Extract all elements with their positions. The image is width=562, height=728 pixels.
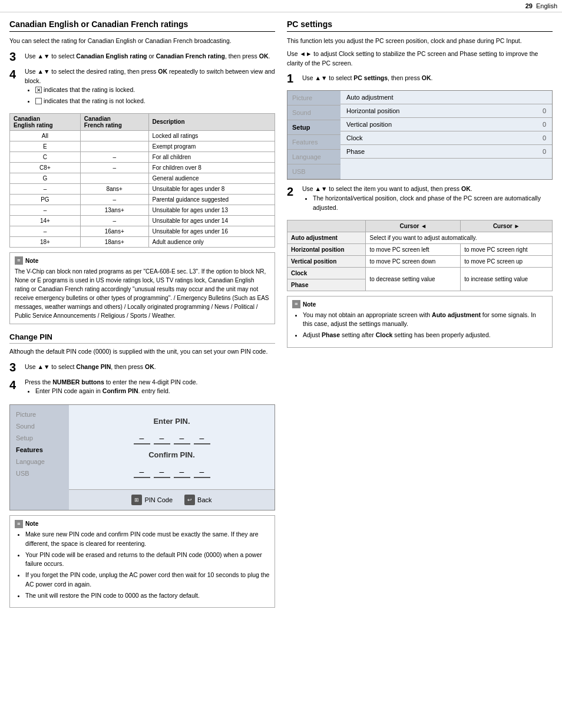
section-canadian-title: Canadian English or Canadian French rati… (9, 19, 275, 32)
back-label: Back (197, 496, 211, 503)
note-pin-item: The unit will restore the PIN code to 00… (25, 591, 270, 601)
step3-pin-num: 3 (9, 360, 20, 374)
rating-table-row: 18+18ans+Adult audience only (10, 236, 275, 247)
pc-item-phase-label: Phase (346, 148, 365, 155)
adj-horiz-label: Horizontal position (287, 243, 366, 255)
adj-row-vert: Vertical position to move PC screen down… (287, 255, 553, 267)
note-pc: = Note You may not obtain an appropriate… (287, 296, 553, 348)
bullet-unlocked: indicates that the rating is not locked. (35, 97, 275, 106)
adj-auto-label: Auto adjustment (287, 232, 366, 243)
adj-th-empty (287, 220, 366, 232)
note-pc-icon: = (292, 300, 300, 308)
left-column: Canadian English or Canadian French rati… (9, 19, 275, 614)
confirm-pin-input: – – – – (134, 465, 210, 478)
step1-pc-text: Use ▲▼ to select PC settings, then press… (302, 71, 433, 83)
pin-code-label: PIN Code (144, 496, 173, 503)
rating-table-row: –16ans+Unsuitable for ages under 16 (10, 226, 275, 236)
pc-item-clock-label: Clock (346, 134, 363, 141)
confirm-dash-1: – (134, 465, 150, 478)
note-pin-item: Your PIN code will be erased and returns… (25, 551, 270, 569)
pin-menu-usb: USB (14, 469, 65, 478)
step4-text: Use ▲▼ to select the desired rating, the… (25, 65, 275, 84)
pc-desc: Use ◄► to adjust Clock setting to stabil… (287, 50, 553, 68)
step4-pin: 4 Press the NUMBER buttons to enter the … (9, 378, 275, 400)
rating-table-row: GGeneral audience (10, 173, 275, 183)
page-number: 29 (525, 2, 533, 9)
pc-sidebar-sound: Sound (287, 106, 340, 120)
pc-item-auto: Auto adjustment (340, 91, 552, 104)
rating-table-row: C8+–For children over 8 (10, 162, 275, 173)
adj-clock-label: Clock (287, 267, 366, 279)
step1-pc-num: 1 (287, 71, 297, 85)
rating-table-row: PG–Parental guidance suggested (10, 194, 275, 205)
rating-table-row: C–For all children (10, 151, 275, 162)
pin-intro: Although the default PIN code (0000) is … (9, 347, 275, 357)
rating-table-row: –13ans+Unsuitable for ages under 13 (10, 205, 275, 215)
rating-table-row: EExempt program (10, 141, 275, 151)
pc-sidebar-usb: USB (287, 164, 340, 179)
pc-menu-sidebar: Picture Sound Setup Features Language US… (287, 91, 340, 179)
note-pin-item: If you forget the PIN code, unplug the A… (25, 571, 270, 589)
note-pin: = Note Make sure new PIN code and confir… (9, 515, 275, 608)
confirm-dash-4: – (194, 465, 210, 478)
step1-pc: 1 Use ▲▼ to select PC settings, then pre… (287, 71, 553, 85)
pin-menu-footer: ⊞ PIN Code ↩ Back (69, 489, 275, 510)
bullet-locked: indicates that the rating is locked. (35, 85, 275, 95)
note-pin-list: Make sure new PIN code and confirm PIN c… (15, 530, 270, 600)
pin-menu-sidebar: Picture Sound Setup Features Language US… (10, 405, 69, 510)
right-column: PC settings This function lets you adjus… (287, 19, 553, 614)
checkbox-unlocked-icon (35, 98, 42, 104)
adj-th-cursor-right: Cursor ► (461, 220, 553, 232)
step4-pin-text: Press the NUMBER buttons to enter the ne… (25, 376, 198, 386)
pc-intro: This function lets you adjust the PC scr… (287, 37, 553, 46)
note-pc-title: = Note (292, 300, 547, 309)
rating-table-row: –8ans+Unsuitable for ages under 8 (10, 183, 275, 194)
step3-num: 3 (9, 50, 20, 64)
confirm-pin-label: Confirm PIN. (148, 450, 195, 459)
step4-pin-bullets: Enter PIN code again in Confirm PIN. ent… (25, 387, 198, 396)
adj-row-clock: Clock to decrease setting value to incre… (287, 267, 553, 279)
section-canadian-ratings: Canadian English or Canadian French rati… (9, 19, 275, 324)
note-icon: = (15, 256, 23, 265)
confirm-dash-2: – (154, 465, 170, 478)
top-bar: 29 English (0, 0, 562, 12)
step4-content: Use ▲▼ to select the desired rating, the… (25, 67, 275, 110)
step2-pc-num: 2 (287, 185, 297, 199)
pc-sidebar-language: Language (287, 150, 340, 164)
enter-pin-input: – – – – (134, 431, 210, 444)
checkbox-locked-icon (35, 87, 42, 93)
note-canadian-title: = Note (15, 256, 270, 265)
back-btn: ↩ Back (184, 495, 211, 505)
pin-dash-2: – (154, 431, 170, 444)
adj-horiz-right: to move PC screen right (461, 243, 553, 255)
pc-item-clock-val: 0 (543, 134, 546, 141)
pc-menu-items: Auto adjustment Horizontal position0 Ver… (340, 91, 552, 179)
pc-sidebar-features: Features (287, 135, 340, 150)
pin-dash-3: – (174, 431, 190, 444)
pin-bullet1: Enter PIN code again in Confirm PIN. ent… (35, 387, 198, 396)
note-pc-list: You may not obtain an appropriate screen… (292, 311, 547, 340)
confirm-dash-3: – (174, 465, 190, 478)
pc-item-phase-val: 0 (543, 148, 546, 155)
adj-increase-val: to increase setting value (461, 267, 553, 291)
rating-table-row: 14+–Unsuitable for ages under 14 (10, 215, 275, 226)
back-icon: ↩ (184, 495, 195, 505)
th-canadian-french: CanadianFrench rating (80, 113, 148, 130)
note-canadian: = Note The V-Chip can block non rated pr… (9, 252, 275, 324)
section-pin-title: Change PIN (9, 332, 275, 344)
language-label: English (536, 2, 557, 9)
step4-num: 4 (9, 67, 20, 81)
pc-menu-wrapper: Picture Sound Setup Features Language US… (287, 91, 552, 179)
step2-pc-text: Use ▲▼ to select the item you want to ad… (302, 183, 472, 192)
pin-dash-1: – (134, 431, 150, 444)
pc-item-horiz: Horizontal position0 (340, 104, 552, 118)
note-pin-item: Make sure new PIN code and confirm PIN c… (25, 530, 270, 549)
pin-menu-content: Enter PIN. – – – – Confirm PIN. – – – (69, 405, 275, 510)
pin-dash-4: – (194, 431, 210, 444)
step2-pc-bullets: The horizontal/vertical position, clock … (302, 194, 553, 213)
adj-th-cursor-left: Cursor ◄ (366, 220, 461, 232)
step2-pc-bullet1: The horizontal/vertical position, clock … (313, 194, 553, 213)
adj-decrease-val: to decrease setting value (366, 267, 461, 291)
pc-item-horiz-val: 0 (543, 107, 546, 114)
step4-bullets: indicates that the rating is locked. ind… (25, 85, 275, 106)
